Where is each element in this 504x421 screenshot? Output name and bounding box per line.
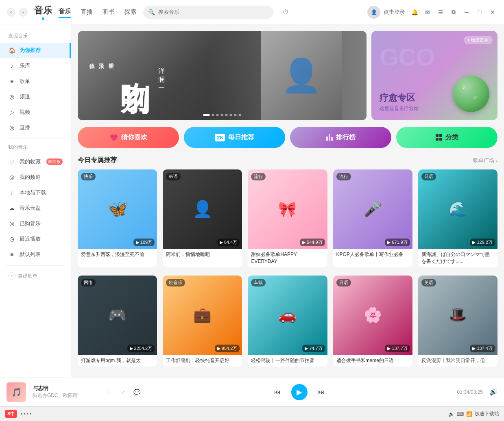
list-item[interactable]: 🦋 快乐 ▶109万 爱意东升西落，浪漫至死不渝 [78, 169, 157, 267]
nav-tab-music[interactable]: 音乐 [59, 6, 71, 18]
list-item[interactable]: 🎀 流行 ▶544.9万 甜妹必备歌单HAPPY EVERYDAY [248, 169, 327, 267]
sidebar-label-playlist: 歌单 [20, 78, 30, 85]
today-section-more[interactable]: 歌单广场 › [473, 157, 497, 164]
title-right: 👤 点击登录 🔔 ✉ ☰ ⧉ ─ □ ✕ [367, 6, 497, 19]
nav-forward-button[interactable]: › [19, 8, 28, 17]
sidebar-item-download[interactable]: ↓ 本地与下载 [0, 185, 71, 200]
daily-recommend-button[interactable]: 28 每日推荐 [184, 127, 285, 148]
volume-icon[interactable]: 🔊 [489, 388, 497, 396]
minimize-icon[interactable]: ─ [462, 7, 471, 17]
banner-dot-5[interactable] [225, 114, 228, 116]
search-history-button[interactable]: ⏱ [280, 7, 291, 18]
banner-dot-3[interactable] [216, 114, 219, 116]
playlist-count-4: ▶671.9万 [385, 239, 410, 246]
tray-icon-2[interactable]: ⌨ [457, 411, 464, 417]
playlist-grid-2: 🎮 网络 ▶2254.2万 打游戏专用bgm 我，就是太 💼 轻音乐 ▶954.… [78, 276, 497, 367]
menu-icon[interactable]: ☰ [436, 7, 445, 17]
playlist-info-10: 反派混剪丨我常笑口常开，但 [418, 355, 497, 367]
brand-logo: S中 [5, 410, 17, 418]
search-input[interactable] [158, 9, 268, 15]
category-button[interactable]: 分类 [396, 127, 497, 148]
list-item[interactable]: 👤 韩语 ▶64.4万 阿米们，悄悄地睡吧 [163, 169, 242, 267]
guess-you-like-button[interactable]: 💗 猜你喜欢 [78, 127, 179, 148]
pip-icon[interactable]: ⧉ [449, 7, 458, 17]
chart-button[interactable]: 排行榜 [290, 127, 391, 148]
playlist-name-5: 新海誠、ば自分の口マンマで墨を書くだけです...... [421, 251, 494, 265]
playlist-count-9: ▶137.7万 [385, 345, 410, 352]
search-bar[interactable]: 🔍 [143, 6, 273, 19]
list-item[interactable]: 💼 轻音乐 ▶954.2万 工作舒缓剂：轻快纯音开启好 [163, 276, 242, 367]
sidebar-item-favorites[interactable]: ♡ 我的收藏 随便放 [0, 154, 71, 169]
main-banner[interactable]: 👤 重新演绎 浪漫至 惊喜上线 吻别 洋 澜 一 [78, 31, 367, 120]
banner-dot-4[interactable] [221, 114, 223, 116]
playlist-info-5: 新海誠、ば自分の口マンマで墨を書くだけです...... [418, 249, 497, 267]
next-button[interactable]: ⏭ [316, 386, 327, 398]
sidebar-item-channel[interactable]: ◎ 频道 [0, 89, 71, 104]
nav-tab-explore[interactable]: 探索 [124, 7, 137, 17]
sidebar-item-default-list[interactable]: ≡ 默认列表 [0, 247, 71, 262]
download-icon: ↓ [8, 189, 15, 196]
tray-icon-3[interactable]: 📶 [466, 411, 472, 417]
playlist-name-8: 轻松驾驶丨一路伴随的节拍音 [251, 357, 324, 364]
sidebar-label-purchased: 已购音乐 [20, 220, 41, 227]
main-nav: 音乐 直播 听书 探索 [59, 6, 137, 18]
banner-dot-1[interactable] [203, 114, 210, 116]
prev-button[interactable]: ⏮ [272, 386, 283, 398]
playlist-count-2: ▶64.4万 [217, 239, 240, 246]
banner-dot-7[interactable] [234, 114, 237, 116]
notification-icon[interactable]: 🔔 [410, 7, 419, 17]
mail-icon[interactable]: ✉ [423, 7, 432, 17]
list-item[interactable]: 🚗 车载 ▶74.7万 轻松驾驶丨一路伴随的节拍音 [248, 276, 327, 367]
side-banner[interactable]: • 场景音乐 GCO ♪ ♬ 疗愈专区 这里是音乐疗愈馆 [371, 31, 497, 120]
nav-back-button[interactable]: ‹ [7, 8, 15, 17]
sidebar-item-playlist[interactable]: ≡ 歌单 [0, 74, 71, 89]
close-icon[interactable]: ✕ [488, 7, 497, 17]
comment-button[interactable]: 💬 [132, 387, 142, 397]
banner-title: 吻别 [121, 59, 150, 65]
play-pause-button[interactable]: ▶ [291, 384, 308, 400]
list-item[interactable]: 🎤 流行 ▶671.9万 KPOP人必备歌单丨写作业必备 [333, 169, 412, 267]
sidebar-item-live[interactable]: ◎ 直播 [0, 120, 71, 135]
sidebar-item-recommend[interactable]: 🏠 为你推荐 [0, 43, 71, 58]
banner-dot-6[interactable] [230, 114, 232, 116]
list-item[interactable]: 🌊 日语 ▶129.2万 新海誠、ば自分の口マンマで墨を書くだけです...... [418, 169, 497, 267]
playlist-count-8: ▶74.7万 [302, 345, 325, 352]
purchased-icon: ◎ [8, 220, 15, 227]
banner-dot-8[interactable] [239, 114, 241, 116]
playlist-name-4: KPOP人必备歌单丨写作业必备 [336, 251, 409, 258]
playlist-info-3: 甜妹必备歌单HAPPY EVERYDAY [248, 249, 327, 267]
create-playlist-button[interactable]: + 自建歌单 [0, 269, 71, 283]
list-item[interactable]: 🌸 日语 ▶137.7万 适合做手书和meme的日语 [333, 276, 412, 367]
player-like-actions: ♡ ↗ 💬 [104, 387, 142, 397]
player-artist: 街道办GDC、欧阳曜 [33, 392, 98, 399]
nav-tab-audiobook[interactable]: 听书 [103, 7, 115, 17]
sidebar-item-library[interactable]: ♪ 乐库 [0, 58, 71, 74]
list-item[interactable]: 🎩 英语 ▶137.4万 反派混剪丨我常笑口常开，但 [418, 276, 497, 367]
sidebar-item-my-channel[interactable]: ◎ 我的频道 [0, 169, 71, 185]
nav-tab-live[interactable]: 直播 [81, 7, 93, 17]
recommend-icon: 🏠 [8, 47, 15, 54]
playlist-tag-9: 日语 [336, 279, 351, 286]
tray-icon-1[interactable]: 🔉 [448, 411, 454, 417]
banner-dot-2[interactable] [212, 114, 214, 116]
like-button[interactable]: ♡ [104, 387, 114, 397]
guess-label: 猜你喜欢 [121, 133, 147, 142]
sidebar-item-recent[interactable]: ◷ 最近播放 [0, 231, 71, 247]
sidebar-label-recommend: 为你推荐 [20, 47, 41, 54]
share-button[interactable]: ↗ [118, 387, 128, 397]
create-icon: + [8, 272, 15, 280]
playlist-tag-5: 日语 [421, 173, 436, 180]
sidebar-item-cloud[interactable]: ☁ 音乐云盘 [0, 200, 71, 216]
my-channel-icon: ◎ [8, 174, 15, 181]
sidebar-item-video[interactable]: ▷ 视频 [0, 104, 71, 120]
main-layout: 发现音乐 🏠 为你推荐 ♪ 乐库 ≡ 歌单 ◎ 频道 ▷ 视频 ◎ 直播 我的音… [0, 24, 504, 377]
maximize-icon[interactable]: □ [475, 7, 484, 17]
sidebar-item-purchased[interactable]: ◎ 已购音乐 [0, 216, 71, 231]
playlist-name-10: 反派混剪丨我常笑口常开，但 [421, 357, 494, 364]
user-login-area[interactable]: 👤 点击登录 [367, 6, 405, 19]
playlist-icon: ≡ [8, 78, 15, 85]
player-bar: 🎵 与志明 街道办GDC、欧阳曜 ♡ ↗ 💬 ⏮ ▶ ⏭ 01:34/03:25… [0, 377, 504, 406]
live-icon: ◎ [8, 124, 15, 131]
list-item[interactable]: 🎮 网络 ▶2254.2万 打游戏专用bgm 我，就是太 [78, 276, 157, 367]
player-right-controls: 🔊 [489, 388, 497, 396]
